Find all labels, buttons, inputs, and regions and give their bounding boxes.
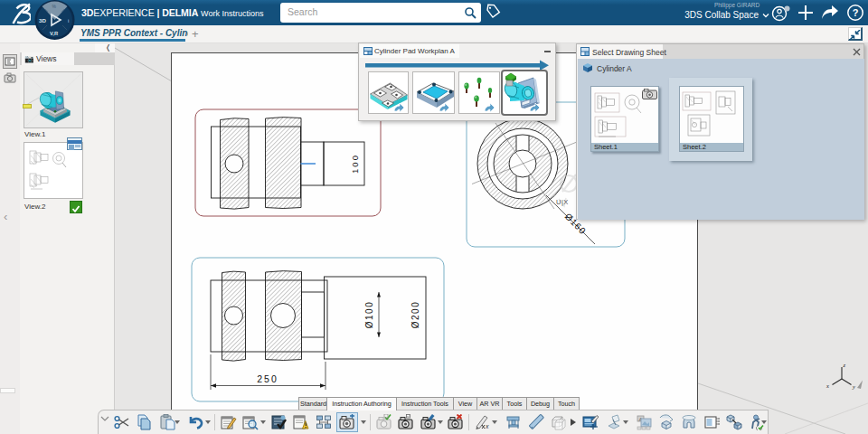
- svg-text:Ø100: Ø100: [364, 301, 374, 328]
- svg-text:i: i: [68, 18, 69, 24]
- svg-text:250: 250: [257, 373, 278, 384]
- svg-text:U|X: U|X: [556, 198, 569, 206]
- svg-text:3D: 3D: [39, 17, 46, 24]
- svg-text:100: 100: [350, 154, 360, 174]
- svg-text:V,R: V,R: [50, 31, 59, 36]
- svg-text:?: ?: [853, 7, 859, 18]
- svg-text:z: z: [843, 362, 846, 368]
- svg-text:Ø200: Ø200: [410, 301, 420, 328]
- svg-text:x: x: [826, 382, 829, 389]
- svg-text:x: x: [485, 423, 489, 429]
- svg-text:%: %: [52, 4, 57, 9]
- svg-text:y: y: [852, 383, 855, 390]
